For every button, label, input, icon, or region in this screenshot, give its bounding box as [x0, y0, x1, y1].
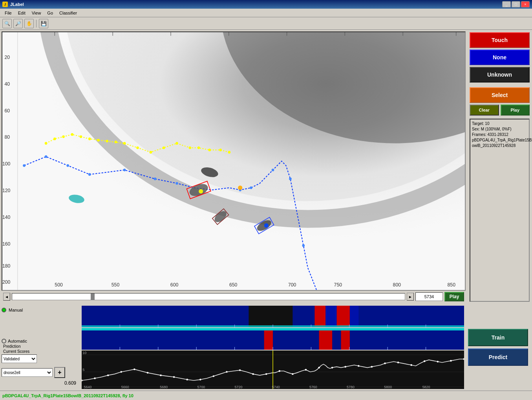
- svg-point-111: [107, 374, 109, 376]
- svg-text:200: 200: [2, 279, 11, 285]
- svg-text:850: 850: [448, 282, 456, 288]
- svg-rect-90: [82, 328, 464, 330]
- menu-file[interactable]: File: [2, 10, 15, 16]
- manual-radio-indicator: [2, 308, 6, 312]
- svg-point-20: [197, 147, 200, 149]
- svg-point-24: [23, 164, 26, 167]
- svg-rect-74: [249, 306, 293, 327]
- svg-text:800: 800: [393, 282, 401, 288]
- svg-point-12: [106, 140, 108, 143]
- svg-point-11: [97, 139, 100, 141]
- play-button[interactable]: Play: [444, 292, 464, 301]
- score-plot[interactable]: 10 5: [82, 350, 464, 389]
- svg-text:5820: 5820: [422, 385, 430, 389]
- window-controls: _ □ ×: [502, 1, 530, 7]
- scrollbar-thumb[interactable]: [91, 294, 95, 300]
- right-panel: Touch None Unknown Select Clear Play Tar…: [467, 30, 532, 304]
- maximize-button[interactable]: □: [512, 1, 520, 7]
- svg-point-122: [252, 373, 254, 375]
- svg-point-10: [88, 138, 91, 140]
- svg-point-46: [264, 223, 269, 228]
- svg-text:650: 650: [229, 282, 238, 288]
- train-button[interactable]: Train: [468, 329, 528, 346]
- unknown-button[interactable]: Unknown: [470, 67, 530, 83]
- svg-point-119: [213, 375, 214, 377]
- menu-view[interactable]: View: [29, 10, 44, 16]
- save-button[interactable]: 💾: [39, 19, 48, 28]
- clear-button[interactable]: Clear: [470, 105, 499, 116]
- svg-point-120: [226, 371, 227, 372]
- svg-point-133: [397, 361, 399, 363]
- automatic-radio[interactable]: [2, 339, 6, 343]
- info-panel: Target: 10 Sex: M (100%M, 0%F) Frames: 4…: [470, 119, 530, 302]
- info-frames: Frames: 4331-28312: [472, 132, 527, 138]
- scroll-right-button[interactable]: ►: [407, 293, 414, 301]
- svg-point-8: [71, 133, 73, 136]
- current-scores-label: Current Scores: [3, 349, 29, 354]
- info-file2: owlB_20110922T145928: [472, 143, 527, 149]
- manual-label: Manual: [9, 308, 23, 312]
- select-button[interactable]: Select: [470, 87, 530, 103]
- svg-text:5780: 5780: [347, 385, 355, 389]
- svg-point-114: [147, 372, 148, 373]
- touch-button[interactable]: Touch: [470, 32, 530, 48]
- svg-point-34: [289, 178, 292, 180]
- svg-point-123: [265, 373, 267, 375]
- svg-point-127: [318, 367, 320, 368]
- svg-point-117: [186, 379, 188, 380]
- info-sex: Sex: M (100%M, 0%F): [472, 127, 527, 132]
- main-canvas[interactable]: 500 550 600 650 700 750 800 850 20 40 60…: [2, 31, 466, 291]
- predict-button[interactable]: Predict: [468, 349, 528, 366]
- svg-text:60: 60: [5, 108, 10, 113]
- scrollbar-track[interactable]: [12, 293, 405, 300]
- svg-point-15: [136, 147, 139, 149]
- menu-edit[interactable]: Edit: [15, 10, 29, 16]
- svg-point-113: [133, 369, 135, 370]
- svg-text:5660: 5660: [121, 385, 129, 389]
- svg-text:5720: 5720: [235, 385, 243, 389]
- prediction-timeline-bar[interactable]: [82, 328, 464, 350]
- status-bar: pBDPGAL4U_TrpA_Rig1Plate15BowlB_20110922…: [0, 391, 532, 400]
- svg-text:600: 600: [170, 282, 179, 288]
- timeline-left-panel: Manual Automatic Prediction Current Scor…: [2, 306, 80, 389]
- close-button[interactable]: ×: [521, 1, 530, 7]
- menu-classifier[interactable]: Classifier: [56, 10, 80, 16]
- svg-point-130: [358, 365, 359, 367]
- svg-text:140: 140: [2, 215, 11, 220]
- menu-go[interactable]: Go: [44, 10, 56, 16]
- title-bar: J JLabel _ □ ×: [0, 0, 532, 9]
- svg-point-21: [208, 149, 211, 151]
- pan-button[interactable]: ✋: [24, 19, 34, 28]
- minimize-button[interactable]: _: [502, 1, 511, 7]
- prediction-label: Prediction: [3, 344, 20, 349]
- svg-point-29: [154, 178, 157, 180]
- svg-point-33: [272, 169, 274, 171]
- svg-rect-91: [264, 330, 273, 350]
- svg-point-137: [450, 360, 452, 361]
- zoom-in-button[interactable]: 🔍: [2, 19, 12, 28]
- svg-point-28: [123, 169, 126, 171]
- manual-timeline-bar[interactable]: [82, 306, 464, 327]
- svg-point-124: [279, 370, 280, 372]
- timeline-right-panel: 10 5: [82, 306, 464, 389]
- toolbar: 🔍 🔎 ✋ 💾: [0, 17, 532, 30]
- svg-text:120: 120: [2, 188, 11, 193]
- add-classifier-button[interactable]: +: [54, 367, 65, 378]
- frame-number-input[interactable]: [415, 292, 443, 301]
- scroll-left-button[interactable]: ◄: [3, 293, 10, 301]
- classifier-select[interactable]: dnose2ell: [2, 368, 53, 377]
- svg-point-126: [305, 369, 307, 371]
- svg-point-118: [199, 379, 201, 380]
- svg-rect-76: [336, 306, 350, 327]
- svg-point-132: [384, 362, 386, 364]
- svg-point-9: [80, 135, 82, 138]
- svg-point-26: [66, 164, 69, 167]
- svg-point-125: [292, 373, 293, 375]
- zoom-fit-button[interactable]: 🔎: [13, 19, 23, 28]
- none-button[interactable]: None: [470, 50, 530, 65]
- scores-select[interactable]: Validated: [2, 354, 37, 363]
- svg-point-13: [115, 141, 117, 143]
- play-small-button[interactable]: Play: [501, 105, 530, 116]
- svg-text:5760: 5760: [309, 385, 317, 389]
- svg-point-136: [437, 361, 439, 362]
